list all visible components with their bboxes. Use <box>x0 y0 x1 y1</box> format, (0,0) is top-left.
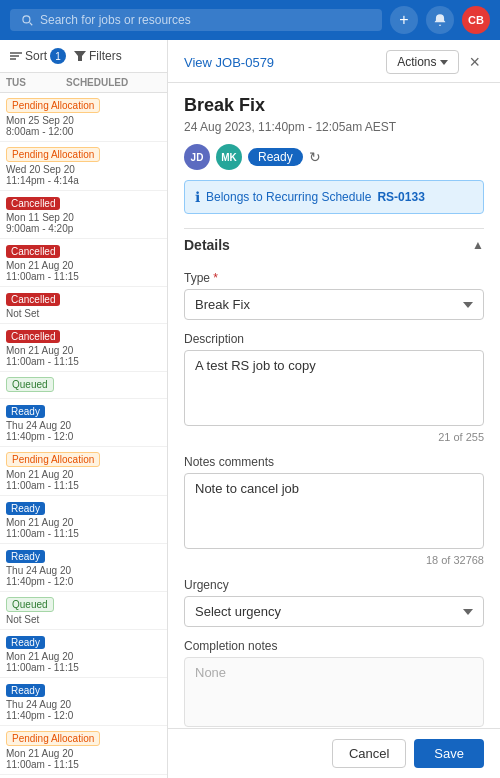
filters-button[interactable]: Filters <box>74 49 122 63</box>
status-pill: Cancelled <box>6 293 60 306</box>
ready-status-badge: Ready <box>248 148 303 166</box>
status-col-header: TUS <box>6 77 66 88</box>
list-item[interactable]: Queued <box>0 372 167 399</box>
type-select[interactable]: Break Fix <box>184 289 484 320</box>
list-item[interactable]: Ready Mon 21 Aug 2011:00am - 11:15 <box>0 630 167 678</box>
sort-icon <box>10 51 22 61</box>
recurring-schedule-banner: ℹ Belongs to Recurring Schedule RS-0133 <box>184 180 484 214</box>
urgency-select[interactable]: Select urgency Low Medium High Critical <box>184 596 484 627</box>
urgency-label: Urgency <box>184 578 484 592</box>
scheduled-text: Mon 21 Aug 2011:00am - 11:15 <box>6 260 161 282</box>
job-list-panel: Sort 1 Filters TUS SCHEDULED Pending All… <box>0 40 168 778</box>
status-pill: Queued <box>6 377 54 392</box>
scheduled-text: Mon 25 Sep 208:00am - 12:00 <box>6 115 161 137</box>
status-pill: Cancelled <box>6 330 60 343</box>
cancel-button[interactable]: Cancel <box>332 739 406 768</box>
filter-icon <box>74 51 86 61</box>
status-pill: Cancelled <box>6 245 60 258</box>
scheduled-text: Thu 24 Aug 2011:40pm - 12:0 <box>6 699 161 721</box>
user-avatar[interactable]: CB <box>462 6 490 34</box>
search-placeholder: Search for jobs or resources <box>40 13 191 27</box>
close-button[interactable]: × <box>465 52 484 73</box>
job-list: Pending Allocation Mon 25 Sep 208:00am -… <box>0 93 167 778</box>
list-item[interactable]: Queued Not Set <box>0 592 167 630</box>
main-layout: Sort 1 Filters TUS SCHEDULED Pending All… <box>0 40 500 778</box>
scheduled-text: Mon 11 Sep 209:00am - 4:20p <box>6 212 161 234</box>
view-job-link[interactable]: View JOB-0579 <box>184 55 274 70</box>
save-button[interactable]: Save <box>414 739 484 768</box>
list-item[interactable]: Ready Thu 24 Aug 2011:40pm - 12:0 <box>0 678 167 726</box>
status-pill: Ready <box>6 405 45 418</box>
status-pill: Queued <box>6 597 54 612</box>
scheduled-text: Mon 21 Aug 2011:00am - 11:15 <box>6 345 161 367</box>
header-actions: Actions × <box>386 50 484 74</box>
job-title: Break Fix <box>184 95 484 116</box>
list-item[interactable]: Pending Allocation Wed 20 Sep 2011:14pm … <box>0 142 167 191</box>
description-char-count: 21 of 255 <box>184 431 484 443</box>
scheduled-text: Mon 21 Aug 2011:00am - 11:15 <box>6 748 161 770</box>
scheduled-text: Thu 24 Aug 2011:40pm - 12:0 <box>6 420 161 442</box>
list-item[interactable]: Ready Thu 24 Aug 2011:40pm - 12:0 <box>0 544 167 592</box>
status-pill: Ready <box>6 550 45 563</box>
actions-label: Actions <box>397 55 436 69</box>
panel-footer: Cancel Save <box>168 728 500 778</box>
list-item[interactable]: Pending Allocation Mon 21 Aug 2011:00am … <box>0 447 167 496</box>
refresh-icon[interactable]: ↻ <box>309 149 321 165</box>
sort-button[interactable]: Sort 1 <box>10 48 66 64</box>
status-pill: Cancelled <box>6 197 60 210</box>
column-headers: TUS SCHEDULED <box>0 73 167 93</box>
scheduled-text: Not Set <box>6 308 161 319</box>
list-item[interactable]: Cancelled Mon 21 Aug 2011:00am - 11:15 <box>0 324 167 372</box>
panel-header: View JOB-0579 Actions × <box>168 40 500 83</box>
avatar-2[interactable]: MK <box>216 144 242 170</box>
completion-notes-label: Completion notes <box>184 639 484 653</box>
scheduled-text: Not Set <box>6 614 161 625</box>
search-bar[interactable]: Search for jobs or resources <box>10 9 382 31</box>
search-icon <box>20 13 34 27</box>
status-pill: Ready <box>6 502 45 515</box>
sort-label: Sort <box>25 49 47 63</box>
completion-notes-display: None <box>184 657 484 727</box>
scheduled-text: Thu 24 Aug 2011:40pm - 12:0 <box>6 565 161 587</box>
urgency-field-group: Urgency Select urgency Low Medium High C… <box>184 578 484 627</box>
chevron-down-icon <box>440 60 448 65</box>
scheduled-text: Mon 21 Aug 2011:00am - 11:15 <box>6 517 161 539</box>
description-textarea[interactable]: A test RS job to copy <box>184 350 484 426</box>
filter-bar: Sort 1 Filters <box>0 40 167 73</box>
banner-text: Belongs to Recurring Schedule <box>206 190 371 204</box>
actions-button[interactable]: Actions <box>386 50 459 74</box>
notes-field-group: Notes comments Note to cancel job 18 of … <box>184 455 484 566</box>
top-navigation: Search for jobs or resources + CB <box>0 0 500 40</box>
type-required: * <box>213 271 218 285</box>
notifications-button[interactable] <box>426 6 454 34</box>
info-icon: ℹ <box>195 189 200 205</box>
scheduled-col-header: SCHEDULED <box>66 77 161 88</box>
completion-notes-field-group: Completion notes None 0 of 32768 <box>184 639 484 728</box>
list-item[interactable]: Pending Allocation Mon 21 Aug 2011:00am … <box>0 726 167 775</box>
list-item[interactable]: Cancelled Mon 21 Aug 2011:00am - 11:15 <box>0 239 167 287</box>
rs-link[interactable]: RS-0133 <box>377 190 424 204</box>
svg-marker-3 <box>74 51 86 61</box>
status-pill: Pending Allocation <box>6 731 100 746</box>
notes-label: Notes comments <box>184 455 484 469</box>
list-item[interactable]: Pending Allocation Mon 25 Sep 208:00am -… <box>0 93 167 142</box>
status-pill: Pending Allocation <box>6 147 100 162</box>
sort-badge: 1 <box>50 48 66 64</box>
avatar-row: JD MK Ready ↻ <box>184 144 484 170</box>
job-detail-panel: View JOB-0579 Actions × Break Fix 24 Aug… <box>168 40 500 778</box>
avatar-1[interactable]: JD <box>184 144 210 170</box>
notes-textarea[interactable]: Note to cancel job <box>184 473 484 549</box>
list-item[interactable]: Cancelled Not Set <box>0 287 167 324</box>
description-label: Description <box>184 332 484 346</box>
list-item[interactable]: Cancelled Mon 11 Sep 209:00am - 4:20p <box>0 191 167 239</box>
details-section-header[interactable]: Details ▲ <box>184 228 484 261</box>
status-pill: Ready <box>6 684 45 697</box>
description-field-group: Description A test RS job to copy 21 of … <box>184 332 484 443</box>
details-chevron-icon: ▲ <box>472 238 484 252</box>
list-item[interactable]: Ready Mon 21 Aug 2011:00am - 11:15 <box>0 496 167 544</box>
list-item[interactable]: Ready Thu 24 Aug 2011:40pm - 12:0 <box>0 399 167 447</box>
add-button[interactable]: + <box>390 6 418 34</box>
scheduled-text: Wed 20 Sep 2011:14pm - 4:14a <box>6 164 161 186</box>
status-pill: Ready <box>6 636 45 649</box>
job-date: 24 Aug 2023, 11:40pm - 12:05am AEST <box>184 120 484 134</box>
